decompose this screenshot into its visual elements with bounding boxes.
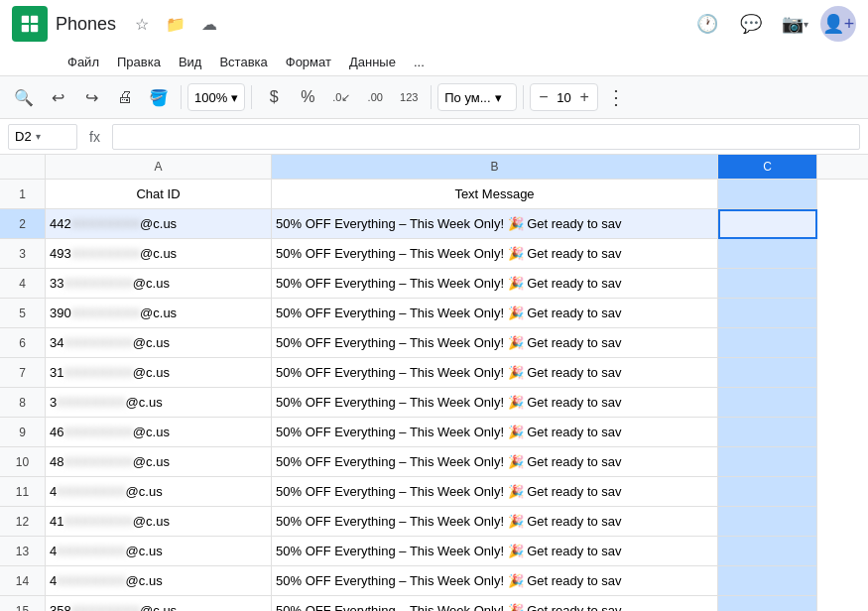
font-size-plus-btn[interactable]: + — [576, 88, 593, 106]
decimal-less-btn[interactable]: .0↙ — [325, 81, 357, 113]
account-icon[interactable]: 👤+ — [820, 6, 856, 42]
cell-10-b[interactable]: 50% OFF Everything – This Week Only! 🎉 G… — [272, 447, 718, 477]
cell-6-c[interactable] — [718, 328, 817, 358]
cell-2-c[interactable] — [718, 209, 817, 239]
font-size-minus-btn[interactable]: − — [535, 88, 552, 106]
cell-4-a[interactable]: 33XXXXXXXX@c.us — [46, 269, 272, 299]
cell-4-b[interactable]: 50% OFF Everything – This Week Only! 🎉 G… — [272, 269, 718, 299]
menu-insert[interactable]: Вставка — [211, 53, 275, 71]
table-row: 41XXXXXXXX@c.us 50% OFF Everything – Thi… — [46, 507, 868, 537]
cell-5-c[interactable] — [718, 299, 817, 328]
cell-6-b[interactable]: 50% OFF Everything – This Week Only! 🎉 G… — [272, 328, 718, 358]
percent-btn[interactable]: % — [292, 81, 323, 113]
cell-14-b[interactable]: 50% OFF Everything – This Week Only! 🎉 G… — [272, 566, 718, 596]
cell-12-b[interactable]: 50% OFF Everything – This Week Only! 🎉 G… — [272, 507, 718, 537]
cell-4-c[interactable] — [718, 269, 817, 299]
cell-7-b[interactable]: 50% OFF Everything – This Week Only! 🎉 G… — [272, 358, 718, 388]
camera-icon[interactable]: 📷 ▾ — [777, 6, 812, 42]
row-header-11[interactable]: 11 — [0, 477, 46, 507]
cell-1-c[interactable] — [718, 180, 817, 209]
col-header-a[interactable]: A — [46, 155, 272, 179]
cell-10-c[interactable] — [718, 447, 817, 477]
cell-ref-dropdown-icon[interactable]: ▾ — [36, 131, 41, 142]
dollar-btn[interactable]: $ — [258, 81, 290, 113]
row-header-8[interactable]: 8 — [0, 388, 46, 418]
col-header-b[interactable]: B — [272, 155, 718, 179]
spreadsheet: A B C 1 2 3 4 5 6 7 8 9 10 11 12 13 14 1… — [0, 155, 868, 611]
history-icon[interactable]: 🕐 — [689, 6, 725, 42]
cell-15-c[interactable] — [718, 596, 817, 611]
cell-6-a[interactable]: 34XXXXXXXX@c.us — [46, 328, 272, 358]
menu-format[interactable]: Формат — [278, 53, 339, 71]
cell-7-c[interactable] — [718, 358, 817, 388]
format-select[interactable]: По ум... ▾ — [437, 83, 517, 111]
svg-rect-0 — [22, 16, 29, 23]
number-btn[interactable]: 123 — [393, 81, 425, 113]
cell-12-c[interactable] — [718, 507, 817, 537]
cell-11-b[interactable]: 50% OFF Everything – This Week Only! 🎉 G… — [272, 477, 718, 507]
row-header-9[interactable]: 9 — [0, 418, 46, 447]
row-header-6[interactable]: 6 — [0, 328, 46, 358]
cell-8-a[interactable]: 3XXXXXXXX@c.us — [46, 388, 272, 418]
cell-15-a[interactable]: 358XXXXXXXX@c.us — [46, 596, 272, 611]
menu-view[interactable]: Вид — [171, 53, 210, 71]
undo-btn[interactable]: ↩ — [42, 81, 73, 113]
row-header-7[interactable]: 7 — [0, 358, 46, 388]
cell-13-b[interactable]: 50% OFF Everything – This Week Only! 🎉 G… — [272, 537, 718, 566]
cell-9-a[interactable]: 46XXXXXXXX@c.us — [46, 418, 272, 447]
cell-13-c[interactable] — [718, 537, 817, 566]
cell-11-a[interactable]: 4XXXXXXXX@c.us — [46, 477, 272, 507]
cell-2-a[interactable]: 442XXXXXXXX@c.us — [46, 209, 272, 239]
menu-data[interactable]: Данные — [341, 53, 404, 71]
menu-edit[interactable]: Правка — [109, 53, 169, 71]
cell-12-a[interactable]: 41XXXXXXXX@c.us — [46, 507, 272, 537]
row-header-13[interactable]: 13 — [0, 537, 46, 566]
cell-9-c[interactable] — [718, 418, 817, 447]
row-header-3[interactable]: 3 — [0, 239, 46, 269]
cell-1-b[interactable]: Text Message — [272, 180, 718, 209]
cell-3-b[interactable]: 50% OFF Everything – This Week Only! 🎉 G… — [272, 239, 718, 269]
row-header-4[interactable]: 4 — [0, 269, 46, 299]
star-icon[interactable]: ☆ — [128, 10, 156, 38]
decimal-more-btn[interactable]: .00 — [359, 81, 391, 113]
col-header-c[interactable]: C — [718, 155, 817, 179]
redo-btn[interactable]: ↪ — [75, 81, 107, 113]
cell-ref-box[interactable]: D2 ▾ — [8, 124, 77, 150]
cell-1-a[interactable]: Chat ID — [46, 180, 272, 209]
zoom-selector[interactable]: 100% ▾ — [187, 83, 245, 111]
menu-more[interactable]: ... — [406, 53, 433, 71]
cell-8-b[interactable]: 50% OFF Everything – This Week Only! 🎉 G… — [272, 388, 718, 418]
cell-11-c[interactable] — [718, 477, 817, 507]
paint-btn[interactable]: 🪣 — [143, 81, 175, 113]
folder-icon[interactable]: 📁 — [162, 10, 189, 38]
cell-3-c[interactable] — [718, 239, 817, 269]
row-header-1[interactable]: 1 — [0, 180, 46, 209]
cell-14-a[interactable]: 4XXXXXXXX@c.us — [46, 566, 272, 596]
print-btn[interactable]: 🖨 — [109, 81, 141, 113]
row-header-2[interactable]: 2 — [0, 209, 46, 239]
cell-9-b[interactable]: 50% OFF Everything – This Week Only! 🎉 G… — [272, 418, 718, 447]
row-header-10[interactable]: 10 — [0, 447, 46, 477]
cell-10-a[interactable]: 48XXXXXXXX@c.us — [46, 447, 272, 477]
row-header-5[interactable]: 5 — [0, 299, 46, 328]
cloud-icon[interactable]: ☁ — [195, 10, 223, 38]
more-options-btn[interactable]: ⋮ — [600, 81, 632, 113]
table-row: 390XXXXXXXX@c.us 50% OFF Everything – Th… — [46, 299, 868, 328]
cell-13-a[interactable]: 4XXXXXXXX@c.us — [46, 537, 272, 566]
search-btn[interactable]: 🔍 — [8, 81, 40, 113]
cell-8-c[interactable] — [718, 388, 817, 418]
cell-5-a[interactable]: 390XXXXXXXX@c.us — [46, 299, 272, 328]
formula-input[interactable] — [112, 124, 860, 150]
cell-2-b[interactable]: 50% OFF Everything – This Week Only! 🎉 G… — [272, 209, 718, 239]
cell-value: 50% OFF Everything – This Week Only! 🎉 G… — [276, 276, 622, 291]
cell-3-a[interactable]: 493XXXXXXXX@c.us — [46, 239, 272, 269]
chat-icon[interactable]: 💬 — [733, 6, 769, 42]
row-header-12[interactable]: 12 — [0, 507, 46, 537]
row-header-15[interactable]: 15 — [0, 596, 46, 611]
cell-5-b[interactable]: 50% OFF Everything – This Week Only! 🎉 G… — [272, 299, 718, 328]
cell-7-a[interactable]: 31XXXXXXXX@c.us — [46, 358, 272, 388]
menu-file[interactable]: Файл — [60, 53, 107, 71]
row-header-14[interactable]: 14 — [0, 566, 46, 596]
cell-14-c[interactable] — [718, 566, 817, 596]
cell-15-b[interactable]: 50% OFF Everything – This Week Only! 🎉 G… — [272, 596, 718, 611]
